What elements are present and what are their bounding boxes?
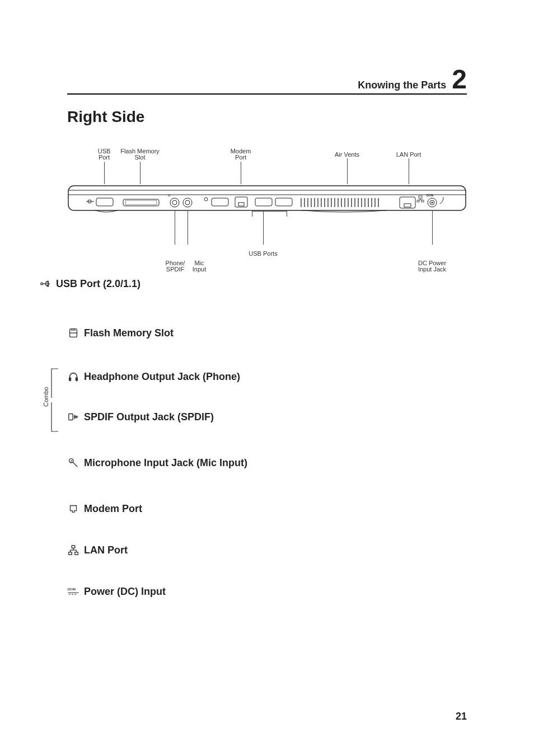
item-label: Microphone Input Jack (Mic Input) bbox=[84, 457, 247, 469]
svg-rect-16 bbox=[255, 198, 272, 206]
svg-point-12 bbox=[204, 198, 208, 201]
combo-bracket-icon bbox=[41, 367, 64, 434]
svg-text:Ω: Ω bbox=[168, 194, 171, 197]
item-label: Modem Port bbox=[84, 503, 142, 515]
dcin-icon: DCIN bbox=[67, 585, 79, 598]
svg-point-53 bbox=[41, 283, 43, 285]
svg-rect-62 bbox=[69, 378, 71, 381]
leader bbox=[188, 211, 188, 245]
svg-rect-13 bbox=[212, 198, 228, 206]
item-label: Flash Memory Slot bbox=[84, 327, 174, 339]
label-phone-spdif: Phone/ SPDIF bbox=[162, 260, 188, 273]
header-row: Knowing the Parts 2 bbox=[67, 67, 467, 95]
label-mic-input: Mic Input bbox=[188, 260, 210, 273]
chapter-number: 2 bbox=[452, 67, 467, 91]
item-lan-port: LAN Port bbox=[67, 533, 467, 567]
svg-rect-17 bbox=[275, 198, 292, 206]
svg-rect-45 bbox=[417, 200, 419, 202]
svg-rect-63 bbox=[76, 378, 78, 381]
svg-point-11 bbox=[185, 200, 190, 205]
label-usb-ports: USB Ports bbox=[241, 251, 285, 257]
svg-rect-69 bbox=[72, 546, 75, 548]
label-usb-port: USB Port bbox=[93, 148, 115, 161]
svg-rect-5 bbox=[96, 198, 113, 206]
svg-point-10 bbox=[183, 198, 192, 207]
item-label: Headphone Output Jack (Phone) bbox=[84, 371, 240, 383]
item-headphone-jack: Headphone Output Jack (Phone) bbox=[67, 360, 467, 393]
device-drawing-icon: Ω bbox=[67, 179, 467, 218]
header-breadcrumb: Knowing the Parts bbox=[358, 79, 446, 91]
memory-slot-icon bbox=[67, 327, 79, 339]
svg-text:DCIN: DCIN bbox=[68, 588, 76, 591]
mic-icon bbox=[67, 457, 79, 469]
section-title: Right Side bbox=[67, 108, 467, 126]
label-air-vents: Air Vents bbox=[330, 152, 364, 158]
svg-text:DCIN: DCIN bbox=[427, 194, 434, 197]
svg-rect-46 bbox=[421, 200, 424, 202]
svg-rect-42 bbox=[400, 197, 415, 208]
page-number: 21 bbox=[456, 711, 467, 722]
svg-point-7 bbox=[170, 198, 179, 207]
leader bbox=[252, 211, 252, 217]
svg-rect-14 bbox=[235, 197, 247, 207]
leader bbox=[287, 211, 287, 217]
svg-point-55 bbox=[47, 281, 48, 282]
right-side-diagram: USB Port Flash Memory Slot Modem Port Ai… bbox=[67, 148, 467, 260]
svg-rect-43 bbox=[404, 204, 411, 207]
item-label: SPDIF Output Jack (SPDIF) bbox=[84, 411, 214, 423]
svg-rect-71 bbox=[75, 552, 78, 555]
label-lan-port: LAN Port bbox=[392, 152, 425, 158]
item-label: USB Port (2.0/1.1) bbox=[56, 278, 140, 290]
item-usb-port: USB Port (2.0/1.1) bbox=[39, 267, 467, 300]
spdif-icon bbox=[67, 411, 79, 423]
item-mic-jack: Microphone Input Jack (Mic Input) bbox=[67, 446, 467, 480]
combo-group: Combo Headphone Output Jack (Phone) SPDI… bbox=[67, 360, 467, 434]
leader bbox=[175, 211, 175, 245]
leader bbox=[432, 211, 433, 245]
svg-rect-44 bbox=[419, 196, 422, 198]
svg-rect-64 bbox=[69, 414, 73, 420]
item-label: Power (DC) Input bbox=[84, 586, 166, 598]
modem-icon bbox=[67, 503, 79, 515]
svg-rect-70 bbox=[69, 552, 72, 555]
headphone-icon bbox=[67, 370, 79, 383]
page-container: Knowing the Parts 2 Right Side USB Port … bbox=[0, 0, 534, 756]
label-modem-port: Modem Port bbox=[224, 148, 257, 161]
leader-h bbox=[252, 211, 287, 212]
port-list: USB Port (2.0/1.1) Flash Memory Slot Com… bbox=[67, 267, 467, 608]
label-dc-power: DC Power Input Jack bbox=[412, 260, 452, 273]
leader bbox=[263, 211, 264, 245]
item-spdif-jack: SPDIF Output Jack (SPDIF) bbox=[67, 400, 467, 434]
svg-rect-15 bbox=[238, 203, 244, 206]
svg-rect-56 bbox=[48, 285, 49, 287]
item-label: LAN Port bbox=[84, 544, 128, 556]
item-dc-input: DCIN Power (DC) Input bbox=[67, 575, 467, 608]
svg-point-8 bbox=[172, 200, 177, 205]
usb-icon bbox=[39, 278, 51, 290]
svg-line-68 bbox=[73, 462, 77, 467]
label-flash-memory: Flash Memory Slot bbox=[118, 148, 162, 161]
lan-icon bbox=[67, 544, 79, 556]
item-modem-port: Modem Port bbox=[67, 492, 467, 525]
item-memory-slot: Flash Memory Slot bbox=[67, 316, 467, 350]
svg-point-52 bbox=[432, 202, 433, 204]
